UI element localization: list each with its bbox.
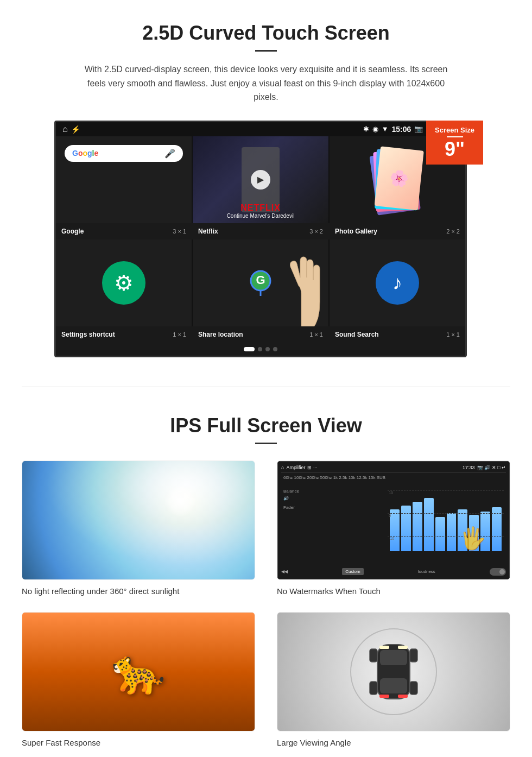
share-label-name: Share location [198, 331, 243, 338]
amp-bal: Balance [283, 489, 385, 494]
eq-bar-3 [413, 502, 422, 551]
car-top-svg [361, 634, 426, 710]
device-wrapper: Screen Size 9" ⌂ ⚡ ✱ ◉ ▼ 15:06 📷 🔊 ✕ □ [54, 121, 478, 357]
dot-1 [244, 347, 255, 351]
settings-cell-content: ⚙ [56, 239, 192, 326]
wifi-icon: ▼ [382, 125, 389, 133]
dot-3 [265, 347, 270, 351]
amp-loudness-toggle[interactable] [490, 568, 506, 576]
amp-freq-label: 60hz 100hz 200hz 500hz 1k 2.5k 10k 12.5k… [283, 475, 385, 480]
gallery-card-4: 🌸 [375, 146, 424, 210]
eq-bar-5 [435, 517, 445, 551]
amp-balance-label: Balance 🔊 Fader [283, 489, 385, 510]
pagination-dots [56, 343, 465, 356]
settings-icon-circle: ⚙ [102, 261, 145, 305]
usb-icon: ⚡ [71, 125, 80, 134]
feature-cheetah: 🐆 Super Fast Response [22, 612, 255, 747]
music-note-icon: ♪ [392, 272, 402, 294]
share-location-cell[interactable]: G [193, 239, 328, 326]
settings-label-name: Settings shortcut [61, 331, 115, 338]
section-ips: IPS Full Screen View No light reflecting… [0, 398, 532, 757]
play-button[interactable]: ▶ [251, 170, 270, 190]
dot-4 [273, 347, 277, 351]
amp-loudness-label: loudness [418, 569, 435, 574]
features-grid: No light reflecting under 360° direct su… [22, 460, 510, 747]
settings-label-size: 1 × 1 [173, 331, 186, 338]
amp-scale-0: 0 [388, 513, 504, 518]
settings-cell[interactable]: ⚙ [56, 239, 192, 326]
app-labels-row2: Settings shortcut 1 × 1 Share location 1… [56, 326, 465, 343]
cheetah-image: 🐆 [22, 612, 255, 731]
amp-back-icon: ◀◀ [281, 569, 288, 574]
badge-size: 9" [435, 140, 474, 159]
amp-custom-btn[interactable]: Custom [342, 568, 364, 575]
cheetah-label: Super Fast Response [22, 738, 255, 747]
google-mic-icon[interactable]: 🎤 [164, 148, 175, 159]
amp-header: ⌂ Amplifier ⊞ ··· 17:33 📷 🔊 ✕ □ ↵ [281, 465, 506, 473]
amp-body: 60hz 100hz 200hz 500hz 1k 2.5k 10k 12.5k… [281, 473, 506, 566]
netflix-cell[interactable]: ▶ NETFLIX Continue Marvel's Daredevil [193, 136, 328, 223]
sunlight-bg [22, 461, 255, 579]
svg-rect-8 [370, 682, 377, 695]
amp-icons: ⊞ ··· [307, 465, 317, 470]
screen-size-badge: Screen Size 9" [426, 121, 483, 165]
amp-hand-icon: 🖐 [459, 526, 486, 551]
settings-label: Settings shortcut 1 × 1 [56, 330, 192, 339]
status-time: 15:06 [392, 125, 411, 134]
light-rays [22, 461, 255, 579]
svg-rect-9 [410, 682, 417, 695]
share-location-label: Share location 1 × 1 [193, 330, 328, 339]
page-divider [22, 387, 510, 387]
sound-search-cell[interactable]: ♪ [330, 239, 465, 326]
google-label-size: 3 × 1 [173, 228, 186, 235]
app-grid-row2: ⚙ G [56, 239, 465, 326]
settings-gear-icon: ⚙ [114, 270, 134, 295]
amp-vol-icon: 🔊 [283, 496, 385, 501]
netflix-label-size: 3 × 2 [309, 228, 323, 235]
amp-scale-10: 10 [388, 490, 504, 495]
amp-home-icon: ⌂ [281, 465, 284, 470]
amp-labels: 60hz 100hz 200hz 500hz 1k 2.5k 10k 12.5k… [283, 475, 385, 564]
svg-rect-12 [379, 695, 389, 698]
badge-divider [447, 136, 463, 137]
feature-watermark: ⌂ Amplifier ⊞ ··· 17:33 📷 🔊 ✕ □ ↵ 60hz 1… [277, 460, 510, 596]
amp-eq-bars: 10 0 -10 [388, 475, 504, 551]
amplifier-image: ⌂ Amplifier ⊞ ··· 17:33 📷 🔊 ✕ □ ↵ 60hz 1… [277, 460, 510, 580]
car-image [277, 612, 510, 731]
feature-car: Large Viewing Angle [277, 612, 510, 747]
gallery-label-name: Photo Gallery [335, 228, 377, 235]
amp-fader: Fader [283, 505, 385, 510]
google-cell[interactable]: Google 🎤 [56, 136, 192, 223]
netflix-subtitle: Continue Marvel's Daredevil [198, 213, 323, 219]
amp-status-icons: 📷 🔊 ✕ □ ↵ [477, 465, 506, 470]
section2-divider [255, 443, 277, 444]
google-cell-content: Google 🎤 [56, 136, 192, 223]
app-grid-row1: Google 🎤 ▶ NET [56, 136, 465, 223]
sound-cell-content: ♪ [330, 239, 465, 326]
section1-title: 2.5D Curved Touch Screen [33, 22, 499, 45]
sound-label-size: 1 × 1 [446, 331, 460, 338]
svg-rect-7 [410, 649, 417, 662]
google-label-name: Google [61, 228, 84, 235]
netflix-label: Netflix 3 × 2 [193, 226, 328, 236]
google-search-bar[interactable]: Google 🎤 [65, 145, 183, 162]
sunlight-label: No light reflecting under 360° direct su… [22, 586, 255, 596]
sound-icon-circle: ♪ [376, 261, 419, 305]
sun-glare [164, 484, 197, 517]
svg-rect-4 [380, 650, 407, 665]
camera-icon: 📷 [414, 125, 423, 133]
watermark-label: No Watermarks When Touch [277, 586, 510, 596]
google-logo: Google [72, 149, 98, 157]
svg-rect-10 [379, 646, 389, 649]
netflix-overlay: NETFLIX Continue Marvel's Daredevil [193, 199, 328, 223]
gallery-label-size: 2 × 2 [446, 228, 460, 235]
svg-rect-5 [380, 678, 407, 693]
section1-divider [255, 50, 277, 52]
sound-search-label: Sound Search 1 × 1 [330, 330, 465, 339]
car-bg [277, 613, 510, 731]
section1-desc: With 2.5D curved-display screen, this de… [76, 62, 456, 104]
eq-bar-6 [447, 513, 457, 551]
eq-bar-2 [401, 506, 411, 551]
svg-rect-11 [398, 646, 408, 649]
svg-rect-13 [398, 695, 408, 698]
